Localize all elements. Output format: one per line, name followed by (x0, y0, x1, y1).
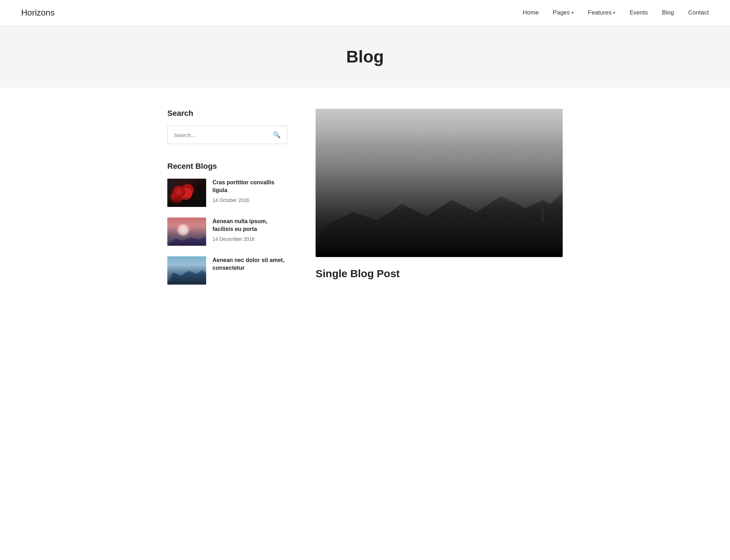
blog-post-title: Single Blog Post (316, 268, 563, 280)
nav-link-home[interactable]: Home (523, 9, 539, 16)
blog-hero-image (316, 109, 563, 257)
blog-thumbnail[interactable] (167, 218, 206, 246)
page-header: Blog (0, 26, 730, 88)
blog-item-date: 14 December 2016 (213, 236, 287, 242)
search-icon: 🔍 (273, 131, 281, 138)
nav-item-pages[interactable]: Pages ▾ (553, 9, 574, 16)
blog-info: Cras porttitor convallis ligula 14 Octob… (213, 179, 287, 203)
hero-landscape-image (316, 109, 563, 257)
search-section: Search 🔍 (167, 109, 287, 144)
search-input[interactable] (168, 127, 267, 143)
blog-info: Aenean nec dolor sit amet, consectetur (213, 256, 287, 275)
nav-link-blog[interactable]: Blog (662, 9, 674, 16)
blog-item-title[interactable]: Aenean nec dolor sit amet, consectetur (213, 256, 287, 272)
nav-link-events[interactable]: Events (629, 9, 648, 16)
thumbnail-image (167, 256, 206, 285)
navbar: Horizons Home Pages ▾ Features ▾ Events … (0, 0, 730, 26)
search-heading: Search (167, 109, 287, 118)
chevron-down-icon: ▾ (572, 10, 574, 15)
search-button[interactable]: 🔍 (267, 126, 287, 144)
nav-item-contact[interactable]: Contact (688, 9, 709, 16)
blog-item-date: 14 October 2016 (213, 197, 287, 203)
brand-logo[interactable]: Horizons (21, 8, 55, 18)
recent-blogs-heading: Recent Blogs (167, 162, 287, 171)
nav-link-contact[interactable]: Contact (688, 9, 709, 16)
chevron-down-icon: ▾ (613, 10, 615, 15)
blog-info: Aenean nulla ipsum, facilisis eu porta 1… (213, 218, 287, 242)
search-box: 🔍 (167, 126, 287, 144)
list-item: Aenean nec dolor sit amet, consectetur (167, 256, 287, 285)
blog-thumbnail[interactable] (167, 256, 206, 285)
list-item: Cras porttitor convallis ligula 14 Octob… (167, 179, 287, 207)
nav-menu: Home Pages ▾ Features ▾ Events Blog Cont… (523, 9, 709, 16)
list-item: Aenean nulla ipsum, facilisis eu porta 1… (167, 218, 287, 246)
thumbnail-image (167, 218, 206, 246)
nav-item-blog[interactable]: Blog (662, 9, 674, 16)
blog-item-title[interactable]: Cras porttitor convallis ligula (213, 179, 287, 195)
nav-link-pages[interactable]: Pages ▾ (553, 9, 574, 16)
blog-main: Single Blog Post (316, 109, 563, 302)
blog-thumbnail[interactable] (167, 179, 206, 207)
nav-item-events[interactable]: Events (629, 9, 648, 16)
nav-link-features[interactable]: Features ▾ (588, 9, 615, 16)
page-title: Blog (7, 47, 723, 66)
nav-item-features[interactable]: Features ▾ (588, 9, 615, 16)
recent-blogs-section: Recent Blogs Cras porttitor convallis li… (167, 162, 287, 285)
main-content: Search 🔍 Recent Blogs Cras porttitor con… (153, 88, 577, 323)
thumbnail-image (167, 179, 206, 207)
nav-item-home[interactable]: Home (523, 9, 539, 16)
sidebar: Search 🔍 Recent Blogs Cras porttitor con… (167, 109, 287, 302)
blog-item-title[interactable]: Aenean nulla ipsum, facilisis eu porta (213, 218, 287, 233)
